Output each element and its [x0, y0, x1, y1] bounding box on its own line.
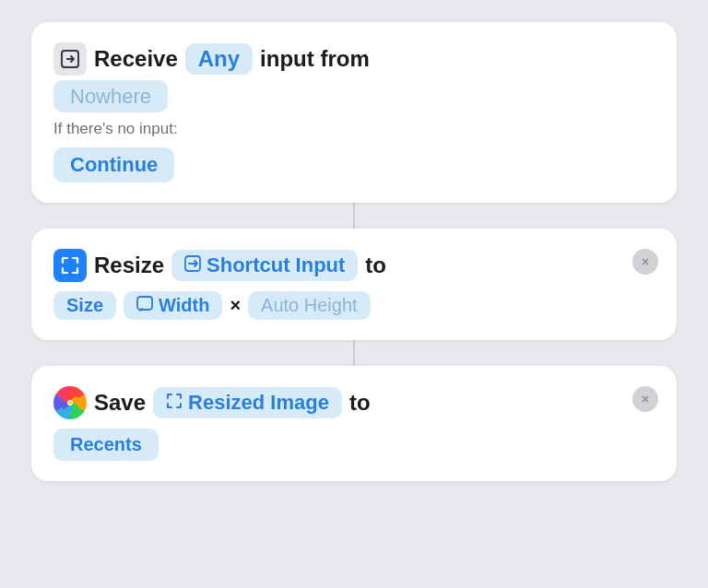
width-label: Width [159, 295, 209, 316]
badge-shortcut-input[interactable]: Shortcut Input [171, 250, 358, 281]
save-to: to [349, 390, 371, 416]
receive-icon [53, 42, 87, 76]
connector-1 [353, 203, 355, 229]
resize-to: to [365, 253, 386, 278]
svg-point-4 [68, 394, 72, 401]
badge-size[interactable]: Size [53, 291, 116, 320]
svg-point-11 [68, 401, 72, 405]
badge-continue[interactable]: Continue [53, 147, 174, 182]
resized-icon [166, 393, 183, 413]
shortcut-input-label: Shortcut Input [206, 253, 345, 277]
times-symbol: × [230, 295, 241, 316]
resize-line2: Size Width × Auto Height [53, 291, 655, 320]
save-prefix: Save [94, 390, 146, 416]
save-card[interactable]: × Save Resized Image [31, 366, 677, 481]
chat-icon [136, 296, 153, 316]
conditional-text: If there's no input: [53, 120, 655, 138]
close-resize-button[interactable]: × [632, 249, 658, 275]
resize-prefix: Resize [94, 253, 164, 278]
resize-line1: Resize Shortcut Input to [53, 249, 655, 282]
photos-icon [53, 386, 87, 419]
badge-autoheight[interactable]: Auto Height [248, 291, 371, 320]
receive-prefix: Receive [94, 46, 178, 72]
close-save-button[interactable]: × [632, 386, 658, 412]
badge-resized-image[interactable]: Resized Image [153, 387, 342, 418]
nowhere-line: Nowhere [53, 85, 655, 109]
resize-card[interactable]: × Resize Shortcut Input to Size [31, 229, 677, 340]
connector-2 [353, 340, 355, 366]
shortcut-input-icon [184, 255, 201, 276]
badge-any[interactable]: Any [185, 43, 253, 75]
badge-width[interactable]: Width [124, 291, 222, 320]
save-line1: Save Resized Image to [53, 386, 655, 419]
svg-rect-2 [137, 297, 152, 310]
resize-icon [53, 249, 87, 282]
receive-suffix: input from [260, 46, 370, 72]
receive-card[interactable]: Receive Any input from Nowhere If there'… [31, 22, 677, 203]
svg-point-7 [68, 405, 72, 412]
receive-line1: Receive Any input from [53, 42, 655, 76]
badge-recents[interactable]: Recents [53, 429, 159, 461]
save-line2: Recents [53, 429, 655, 461]
badge-nowhere[interactable]: Nowhere [53, 80, 168, 112]
resized-image-label: Resized Image [188, 391, 329, 415]
continue-line: Continue [53, 147, 655, 182]
